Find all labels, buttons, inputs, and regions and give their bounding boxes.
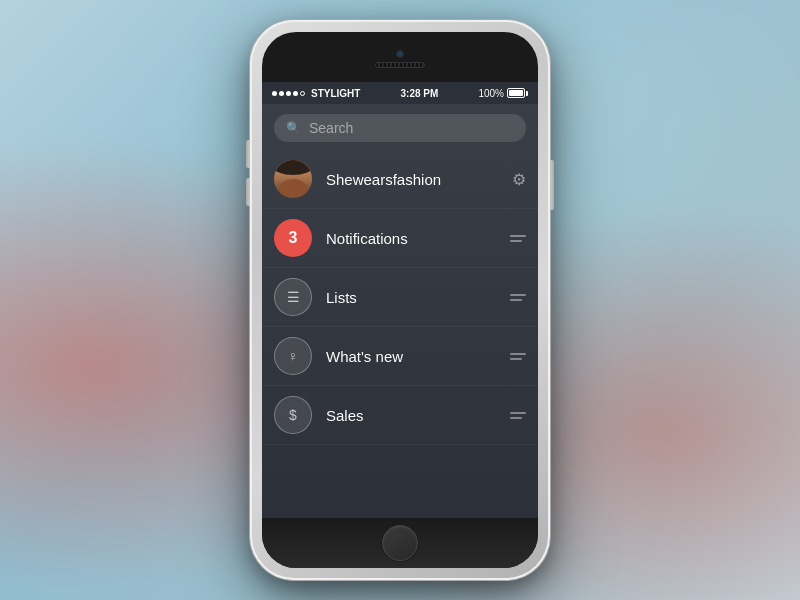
handle-line-2: [510, 240, 522, 242]
volume-down-button[interactable]: [246, 178, 250, 206]
whats-new-handle: [510, 353, 526, 360]
signal-dot-3: [286, 91, 291, 96]
volume-up-button[interactable]: [246, 140, 250, 168]
menu-item-whats-new[interactable]: ♀ What's new: [262, 327, 538, 386]
menu-item-lists[interactable]: ☰ Lists: [262, 268, 538, 327]
avatar-face: [274, 160, 312, 198]
menu-item-sales[interactable]: $ Sales: [262, 386, 538, 445]
lists-label: Lists: [326, 289, 510, 306]
lists-handle: [510, 294, 526, 301]
carrier-name: STYLIGHT: [311, 88, 360, 99]
status-bar: STYLIGHT 3:28 PM 100%: [262, 82, 538, 104]
signal-dots: [272, 91, 305, 96]
signal-dot-1: [272, 91, 277, 96]
battery-icon: [507, 88, 528, 98]
notifications-handle: [510, 235, 526, 242]
screen: L: [262, 82, 538, 518]
phone-frame: L: [250, 20, 550, 580]
gear-icon[interactable]: ⚙: [512, 170, 526, 189]
camera: [396, 50, 404, 58]
status-right: 100%: [478, 88, 528, 99]
phone-outer: L: [250, 20, 550, 580]
handle-line-6: [510, 358, 522, 360]
drag-handle-icon: [510, 235, 526, 242]
menu-drawer: STYLIGHT 3:28 PM 100%: [262, 82, 538, 518]
handle-line-3: [510, 294, 526, 296]
home-button[interactable]: [382, 525, 418, 561]
search-placeholder: Search: [309, 120, 353, 136]
sales-label: Sales: [326, 407, 510, 424]
time-display: 3:28 PM: [401, 88, 439, 99]
power-button[interactable]: [550, 160, 554, 210]
phone-inner: L: [262, 32, 538, 568]
search-bar[interactable]: 🔍 Search: [274, 114, 526, 142]
notifications-label: Notifications: [326, 230, 510, 247]
menu-item-profile[interactable]: Shewearsfashion ⚙: [262, 150, 538, 209]
list-icon: ☰: [287, 289, 300, 305]
home-area: [262, 518, 538, 568]
search-icon: 🔍: [286, 121, 301, 135]
drag-handle-icon-4: [510, 412, 526, 419]
female-icon: ♀: [288, 348, 299, 364]
signal-dot-5: [300, 91, 305, 96]
whats-new-label: What's new: [326, 348, 510, 365]
battery-body: [507, 88, 525, 98]
profile-label: Shewearsfashion: [326, 171, 512, 188]
handle-line-8: [510, 417, 522, 419]
sales-icon-wrap: $: [274, 396, 312, 434]
battery-tip: [526, 91, 528, 96]
battery-fill: [509, 90, 523, 96]
handle-line-4: [510, 299, 522, 301]
handle-line-5: [510, 353, 526, 355]
notification-badge: 3: [274, 219, 312, 257]
handle-line-1: [510, 235, 526, 237]
speaker: [375, 62, 425, 68]
handle-line-7: [510, 412, 526, 414]
drag-handle-icon-2: [510, 294, 526, 301]
avatar: [274, 160, 312, 198]
search-container: 🔍 Search: [262, 104, 538, 150]
lists-icon-wrap: ☰: [274, 278, 312, 316]
signal-dot-4: [293, 91, 298, 96]
menu-item-notifications[interactable]: 3 Notifications: [262, 209, 538, 268]
status-left: STYLIGHT: [272, 88, 360, 99]
drag-handle-icon-3: [510, 353, 526, 360]
battery-percent: 100%: [478, 88, 504, 99]
whats-new-icon-wrap: ♀: [274, 337, 312, 375]
sales-handle: [510, 412, 526, 419]
dollar-icon: $: [289, 407, 297, 423]
signal-dot-2: [279, 91, 284, 96]
